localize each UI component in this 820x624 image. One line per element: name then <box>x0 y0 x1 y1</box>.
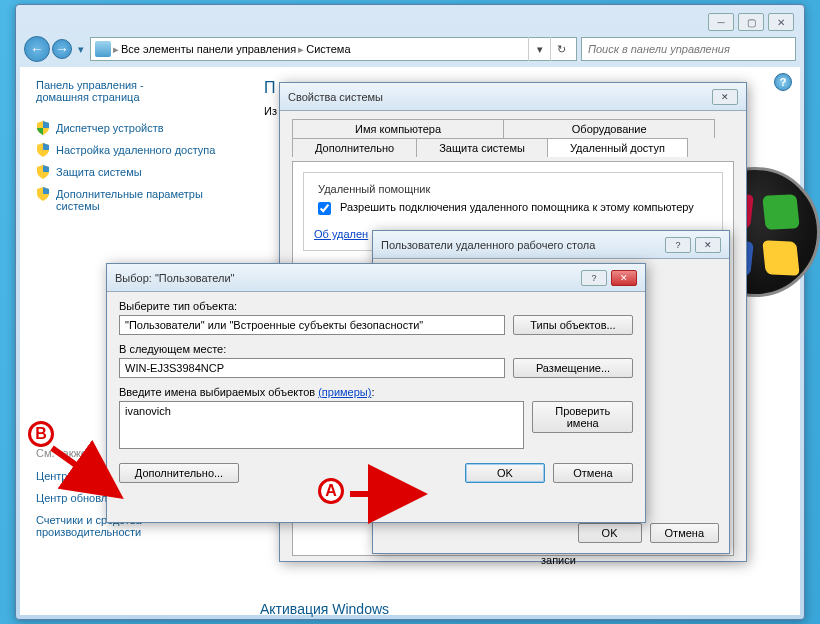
sidebar-link-protection[interactable]: Защита системы <box>36 161 232 183</box>
nav-history-dropdown[interactable]: ▾ <box>76 45 86 53</box>
search-input[interactable] <box>586 42 791 56</box>
address-bar: ← → ▾ ▸ Все элементы панели управления ▸… <box>24 35 796 63</box>
location-field[interactable] <box>119 358 505 378</box>
tab-hardware[interactable]: Оборудование <box>503 119 715 138</box>
arrow-b <box>48 444 128 506</box>
locations-button[interactable]: Размещение... <box>513 358 633 378</box>
marker-b: B <box>28 421 54 447</box>
breadcrumb-sep: ▸ <box>113 43 119 56</box>
dialog-titlebar[interactable]: Выбор: "Пользователи" ? ✕ <box>107 264 645 292</box>
shield-icon <box>36 165 50 179</box>
activation-heading: Активация Windows <box>260 601 389 617</box>
dialog-close-button[interactable]: ✕ <box>712 89 738 105</box>
dialog-title: Пользователи удаленного рабочего стола <box>381 239 595 251</box>
minimize-button[interactable]: ─ <box>708 13 734 31</box>
nav-back-button[interactable]: ← <box>24 36 50 62</box>
dialog-help-button[interactable]: ? <box>665 237 691 253</box>
cancel-button[interactable]: Отмена <box>553 463 633 483</box>
breadcrumb-bar[interactable]: ▸ Все элементы панели управления ▸ Систе… <box>90 37 577 61</box>
tab-computer-name[interactable]: Имя компьютера <box>292 119 504 138</box>
allow-ra-checkbox-label[interactable]: Разрешить подключения удаленного помощни… <box>314 201 712 218</box>
advanced-button[interactable]: Дополнительно... <box>119 463 239 483</box>
breadcrumb-system[interactable]: Система <box>306 43 350 55</box>
about-ra-link[interactable]: Об удален <box>314 228 368 240</box>
rdu-ok-button[interactable]: OK <box>578 523 642 543</box>
sidebar-link-devices[interactable]: Диспетчер устройств <box>36 117 232 139</box>
object-types-button[interactable]: Типы объектов... <box>513 315 633 335</box>
maximize-button[interactable]: ▢ <box>738 13 764 31</box>
ok-button[interactable]: OK <box>465 463 545 483</box>
examples-link[interactable]: (примеры) <box>318 386 371 398</box>
nav-forward-button[interactable]: → <box>52 39 72 59</box>
refresh-button[interactable]: ↻ <box>550 37 572 61</box>
close-button[interactable]: ✕ <box>768 13 794 31</box>
shield-icon <box>36 187 50 201</box>
allow-ra-checkbox[interactable] <box>318 202 331 215</box>
search-box[interactable] <box>581 37 796 61</box>
dialog-title: Выбор: "Пользователи" <box>115 272 235 284</box>
tab-protection[interactable]: Защита системы <box>416 138 548 157</box>
breadcrumb-all[interactable]: Все элементы панели управления <box>121 43 296 55</box>
sidebar-link-remote[interactable]: Настройка удаленного доступа <box>36 139 232 161</box>
location-label: В следующем месте: <box>119 343 633 355</box>
sidebar-home-link[interactable]: Панель управления -домашняя страница <box>36 79 232 103</box>
dialog-close-button[interactable]: ✕ <box>611 270 637 286</box>
rdu-cancel-button[interactable]: Отмена <box>650 523 719 543</box>
dialog-close-button[interactable]: ✕ <box>695 237 721 253</box>
svg-line-1 <box>52 448 114 492</box>
tab-strip: Имя компьютера Оборудование Дополнительн… <box>292 119 734 157</box>
shield-icon <box>36 143 50 157</box>
shield-icon <box>36 121 50 135</box>
tab-remote[interactable]: Удаленный доступ <box>547 138 688 157</box>
object-type-label: Выберите тип объекта: <box>119 300 633 312</box>
check-names-button[interactable]: Проверить имена <box>532 401 633 433</box>
dialog-title: Свойства системы <box>288 91 383 103</box>
help-icon[interactable]: ? <box>774 73 792 91</box>
window-controls: ─ ▢ ✕ <box>708 13 794 31</box>
arrow-a <box>350 482 430 508</box>
object-type-field[interactable] <box>119 315 505 335</box>
control-panel-icon <box>95 41 111 57</box>
dialog-help-button[interactable]: ? <box>581 270 607 286</box>
names-label: Введите имена выбираемых объектов (приме… <box>119 386 633 398</box>
tab-advanced[interactable]: Дополнительно <box>292 138 417 157</box>
dialog-titlebar[interactable]: Пользователи удаленного рабочего стола ?… <box>373 231 729 259</box>
names-textarea[interactable]: ivanovich <box>119 401 524 449</box>
sidebar-link-advanced[interactable]: Дополнительные параметры системы <box>36 183 232 217</box>
group-legend: Удаленный помощник <box>314 183 434 195</box>
breadcrumb-dropdown[interactable]: ▾ <box>528 37 550 61</box>
marker-a: A <box>318 478 344 504</box>
breadcrumb-sep: ▸ <box>298 43 304 56</box>
dialog-titlebar[interactable]: Свойства системы ✕ <box>280 83 746 111</box>
